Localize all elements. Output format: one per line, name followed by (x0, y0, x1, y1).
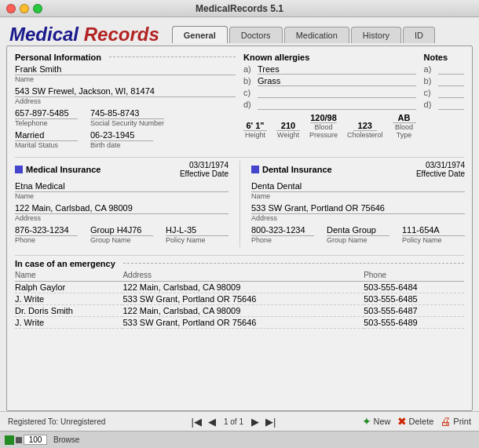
table-row: Dr. Doris Smith122 Main, Carlsbad, CA 98… (15, 305, 464, 317)
status-bar: Registered To: Unregistered |◀ ◀ 1 of 1 … (0, 411, 479, 431)
allergy-c-value (258, 88, 416, 98)
emergency-address-cell: 533 SW Grant, Portland OR 75646 (122, 317, 364, 329)
insurance-divider (240, 161, 240, 247)
personal-info-label: Personal Information (15, 53, 236, 62)
emergency-name-cell: Dr. Doris Smith (15, 305, 122, 317)
den-ins-policy-label: Policy Name (402, 236, 465, 244)
insurance-section: Medical Insurance 03/31/1974 Effective D… (15, 157, 464, 250)
taskbar-small-icon (16, 437, 22, 443)
med-ins-phone-value: 876-323-1234 (15, 225, 78, 236)
app-header: Medical Records General Doctors Medicati… (0, 17, 479, 46)
delete-button[interactable]: ✖ Delete (397, 415, 434, 428)
window-controls[interactable] (6, 4, 42, 13)
allergies-notes-section: Known allergies a) Trees b) Grass c) (243, 53, 464, 152)
first-page-button[interactable]: |◀ (190, 416, 203, 428)
tab-medication[interactable]: Medication (284, 27, 349, 43)
med-ins-bottom-row: 876-323-1234 Phone Group H4J76 Group Nam… (15, 225, 229, 247)
medical-effective-date: 03/31/1974 Effective Date (180, 161, 229, 178)
med-ins-group-field: Group H4J76 Group Name (90, 225, 153, 244)
med-ins-policy-label: Policy Name (166, 236, 229, 244)
window-title: MedicalRecords 5.1 (196, 3, 283, 14)
print-button[interactable]: 🖨 Print (440, 415, 471, 428)
marital-field: Married Marital Status (15, 130, 78, 149)
tab-bar: General Doctors Medication History ID (172, 26, 435, 43)
next-page-button[interactable]: ▶ (250, 416, 261, 428)
birthdate-value: 06-23-1945 (90, 130, 153, 141)
personal-info-section: Personal Information Frank Smith Name 54… (15, 53, 236, 152)
med-ins-name-field: Etna Medical Name (15, 181, 229, 200)
allergy-item-b: b) Grass (243, 76, 416, 86)
allergy-b-value: Grass (258, 76, 416, 86)
nav-controls[interactable]: |◀ ◀ 1 of 1 ▶ ▶| (190, 416, 278, 428)
prev-page-button[interactable]: ◀ (207, 416, 218, 428)
den-ins-group-value: Denta Group (327, 225, 389, 236)
emergency-phone-cell: 503-555-6487 (364, 305, 464, 317)
weight-vital: 210 Weight (276, 121, 300, 139)
den-ins-group-field: Denta Group Group Name (327, 225, 389, 244)
emergency-label-dotted (123, 263, 464, 264)
tab-doctors[interactable]: Doctors (229, 27, 283, 43)
med-ins-group-value: Group H4J76 (90, 225, 153, 236)
emergency-phone-cell: 503-555-6485 (364, 293, 464, 305)
blood-type-vital: AB Blood Type (393, 113, 416, 139)
den-ins-name-field: Denta Dental Name (251, 181, 465, 200)
den-ins-name-value: Denta Dental (251, 181, 465, 192)
den-ins-address-value: 533 SW Grant, Portland OR 75646 (251, 203, 465, 214)
ssn-field: 745-85-8743 Social Security Number (90, 108, 164, 127)
table-row: J. Write533 SW Grant, Portland OR 756465… (15, 293, 464, 305)
top-section: Personal Information Frank Smith Name 54… (15, 53, 464, 152)
dental-effective-date: 03/31/1974 Effective Date (416, 161, 465, 178)
medical-insurance-col: Medical Insurance 03/31/1974 Effective D… (15, 161, 229, 247)
allergies-label: Known allergies (243, 53, 416, 62)
dental-insurance-col: Dental Insurance 03/31/1974 Effective Da… (251, 161, 465, 247)
emergency-address-cell: 533 SW Grant, Portland OR 75646 (122, 293, 364, 305)
registered-status: Registered To: Unregistered (8, 417, 105, 426)
emergency-phone-cell: 503-555-6489 (364, 317, 464, 329)
allergy-a-value: Trees (258, 64, 416, 75)
allergy-item-d: d) (243, 100, 416, 110)
med-ins-address-value: 122 Main, Carlsbad, CA 98009 (15, 203, 229, 214)
marital-label: Marital Status (15, 141, 78, 149)
last-page-button[interactable]: ▶| (264, 416, 277, 428)
med-ins-phone-label: Phone (15, 236, 78, 244)
table-row: J. Write533 SW Grant, Portland OR 756465… (15, 317, 464, 329)
medical-insurance-title: Medical Insurance (26, 165, 101, 174)
med-ins-phone-field: 876-323-1234 Phone (15, 225, 78, 244)
med-ins-name-label: Name (15, 192, 229, 200)
address-label: Address (15, 97, 236, 105)
notes-col: Notes a) b) c) d) (424, 53, 464, 152)
cholesterol-label: Cholesterol (347, 131, 383, 139)
dental-insurance-icon (251, 166, 259, 173)
minimize-button[interactable] (20, 4, 29, 13)
name-label: Name (15, 75, 236, 83)
ssn-value: 745-85-8743 (90, 108, 164, 119)
blood-type-value: AB (393, 113, 416, 123)
emergency-address-cell: 122 Main, Carlsbad, CA 98009 (122, 305, 364, 317)
note-item-c: c) (424, 88, 464, 98)
den-ins-policy-value: 111-654A (402, 225, 465, 236)
note-item-b: b) (424, 76, 464, 86)
table-row: Ralph Gaylor122 Main, Carlsbad, CA 98009… (15, 282, 464, 293)
emergency-col-address: Address (122, 271, 364, 282)
tab-general[interactable]: General (172, 26, 228, 43)
dental-insurance-title: Dental Insurance (262, 165, 332, 174)
height-vital: 6' 1" Height (243, 121, 267, 139)
den-ins-name-label: Name (251, 192, 465, 200)
den-ins-group-label: Group Name (327, 236, 389, 244)
maximize-button[interactable] (33, 4, 42, 13)
height-value: 6' 1" (243, 121, 267, 131)
den-ins-policy-field: 111-654A Policy Name (402, 225, 465, 244)
note-a-value (438, 64, 464, 75)
emergency-section: In case of an emergency Name Address Pho… (15, 255, 464, 329)
new-button[interactable]: ✦ New (362, 415, 391, 428)
medical-insurance-header: Medical Insurance 03/31/1974 Effective D… (15, 161, 229, 178)
emergency-address-cell: 122 Main, Carlsbad, CA 98009 (122, 282, 364, 293)
tab-history[interactable]: History (351, 27, 401, 43)
close-button[interactable] (6, 4, 16, 13)
emergency-table: Name Address Phone Ralph Gaylor122 Main,… (15, 271, 464, 329)
tab-id[interactable]: ID (403, 27, 435, 43)
zoom-level[interactable]: 100 (24, 435, 47, 445)
address-field: 543 SW Frewel, Jackson, WI, 81474 Addres… (15, 86, 236, 105)
new-icon: ✦ (362, 415, 371, 428)
emergency-phone-cell: 503-555-6484 (364, 282, 464, 293)
